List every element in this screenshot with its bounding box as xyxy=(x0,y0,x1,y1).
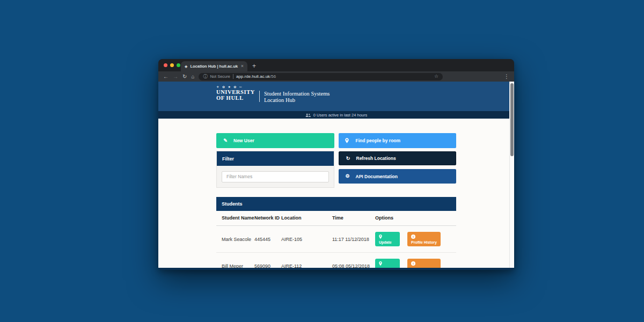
col-network-id: Network ID xyxy=(254,211,281,226)
crest-icons: ⚜ ✿ ★ ✿ ➳ xyxy=(216,85,255,89)
new-user-button[interactable]: ✎ New User xyxy=(216,133,334,148)
network-id: 569090 xyxy=(254,253,281,268)
tab-close-icon[interactable]: × xyxy=(241,64,244,69)
university-logo: ⚜ ✿ ★ ✿ ➳ UNIVERSITY OF HULL xyxy=(216,85,255,103)
table-header-row: Student Name Network ID Location Time Op… xyxy=(216,211,456,226)
tab-title: Location Hub | hull.ac.uk xyxy=(190,64,238,69)
back-icon[interactable]: ← xyxy=(163,74,169,79)
map-pin-icon xyxy=(379,235,382,239)
active-users-text: 0 Users active in last 24 hours xyxy=(313,113,367,118)
home-icon[interactable]: ⌂ xyxy=(191,74,194,79)
active-users-bar: 0 Users active in last 24 hours xyxy=(158,111,514,119)
filter-panel-header: Filter xyxy=(217,151,334,166)
update-button[interactable]: Update xyxy=(375,232,400,246)
browser-menu-icon[interactable]: ⋮ xyxy=(504,74,509,79)
profile-history-label: Profile History xyxy=(411,240,437,244)
omnibox-divider xyxy=(233,74,233,79)
student-name: Bill Meper xyxy=(216,253,254,268)
profile-history-button[interactable]: i Profile History xyxy=(407,232,441,246)
find-people-button[interactable]: Find people by room xyxy=(339,133,457,148)
profile-history-button[interactable]: i Profile History xyxy=(407,259,441,268)
refresh-locations-label: Refresh Locations xyxy=(356,156,396,161)
security-label: Not Secure xyxy=(210,74,230,79)
update-label: Update xyxy=(379,240,392,244)
traffic-lights xyxy=(164,63,180,67)
student-name: Mark Seacole xyxy=(216,226,254,253)
filter-panel: Filter xyxy=(216,151,334,188)
browser-window: ◈ Location Hub | hull.ac.uk × + ← → ↻ ⌂ … xyxy=(158,59,514,270)
students-panel: Students Student Name Network ID Locatio… xyxy=(216,197,456,268)
api-documentation-button[interactable]: ⚙ API Documentation xyxy=(339,169,457,184)
col-time: Time xyxy=(332,211,375,226)
reload-icon[interactable]: ↻ xyxy=(182,74,187,79)
network-id: 445445 xyxy=(254,226,281,253)
info-icon: i xyxy=(411,235,415,239)
filter-names-input[interactable] xyxy=(222,171,329,182)
tab-strip: ◈ Location Hub | hull.ac.uk × + xyxy=(158,59,514,71)
browser-toolbar: ← → ↻ ⌂ ⓘ Not Secure app.rde.hull.ac.uk/… xyxy=(158,71,514,82)
site-title: Student Information Systems Location Hub xyxy=(264,85,330,103)
info-icon[interactable]: ⓘ xyxy=(203,75,207,79)
students-panel-header: Students xyxy=(216,197,456,211)
gear-icon: ⚙ xyxy=(345,174,350,179)
page-content: ✎ New User Filter xyxy=(158,119,514,268)
update-button[interactable]: Update xyxy=(375,259,400,268)
url-path: /56 xyxy=(270,74,276,79)
filter-title: Filter xyxy=(222,156,234,162)
site-title-line1: Student Information Systems xyxy=(264,91,330,97)
time: 11:17 11/12/2018 xyxy=(332,226,375,253)
time: 05:08 05/12/2018 xyxy=(332,253,375,268)
university-name-line2: OF HULL xyxy=(216,96,255,101)
bookmark-star-icon[interactable]: ☆ xyxy=(434,74,438,79)
site-title-line2: Location Hub xyxy=(264,97,330,104)
address-bar[interactable]: ⓘ Not Secure app.rde.hull.ac.uk/56 ☆ xyxy=(199,73,443,80)
col-options: Options xyxy=(375,211,456,226)
new-user-label: New User xyxy=(233,138,254,143)
users-icon xyxy=(305,113,311,117)
site-header: ⚜ ✿ ★ ✿ ➳ UNIVERSITY OF HULL Student Inf… xyxy=(158,82,514,111)
url-text: app.rde.hull.ac.uk/56 xyxy=(236,74,431,79)
refresh-icon: ↻ xyxy=(346,156,351,161)
browser-tab[interactable]: ◈ Location Hub | hull.ac.uk × xyxy=(181,61,247,71)
scrollbar-track[interactable] xyxy=(509,82,514,268)
find-people-label: Find people by room xyxy=(356,138,401,143)
table-row: Bill Meper 569090 AIRE-112 05:08 05/12/2… xyxy=(216,253,456,268)
col-location: Location xyxy=(281,211,332,226)
close-window-button[interactable] xyxy=(164,63,167,67)
students-title: Students xyxy=(222,201,243,207)
update-label: Update xyxy=(379,267,392,268)
university-name-line1: UNIVERSITY xyxy=(216,90,255,96)
header-divider xyxy=(259,91,260,102)
col-student-name: Student Name xyxy=(216,211,254,226)
table-row: Mark Seacole 445445 AIRE-105 11:17 11/12… xyxy=(216,226,456,253)
url-host: app.rde.hull.ac.uk xyxy=(236,74,270,79)
students-table: Student Name Network ID Location Time Op… xyxy=(216,211,456,268)
info-icon: i xyxy=(411,261,415,266)
refresh-locations-button[interactable]: ↻ Refresh Locations xyxy=(339,151,457,165)
location: AIRE-112 xyxy=(281,253,332,268)
map-pin-icon xyxy=(379,261,382,266)
profile-history-label: Profile History xyxy=(411,267,437,268)
api-documentation-label: API Documentation xyxy=(356,174,398,179)
zoom-window-button[interactable] xyxy=(177,63,180,67)
scrollbar-thumb[interactable] xyxy=(510,83,514,156)
desktop-background: ◈ Location Hub | hull.ac.uk × + ← → ↻ ⌂ … xyxy=(0,0,644,322)
pencil-square-icon: ✎ xyxy=(223,138,228,143)
page-viewport: ⚜ ✿ ★ ✿ ➳ UNIVERSITY OF HULL Student Inf… xyxy=(158,82,514,268)
forward-icon[interactable]: → xyxy=(173,74,178,79)
new-tab-button[interactable]: + xyxy=(252,62,256,71)
map-pin-icon xyxy=(345,138,350,143)
site-favicon-icon: ◈ xyxy=(185,64,187,68)
minimize-window-button[interactable] xyxy=(170,63,174,67)
location: AIRE-105 xyxy=(281,226,332,253)
